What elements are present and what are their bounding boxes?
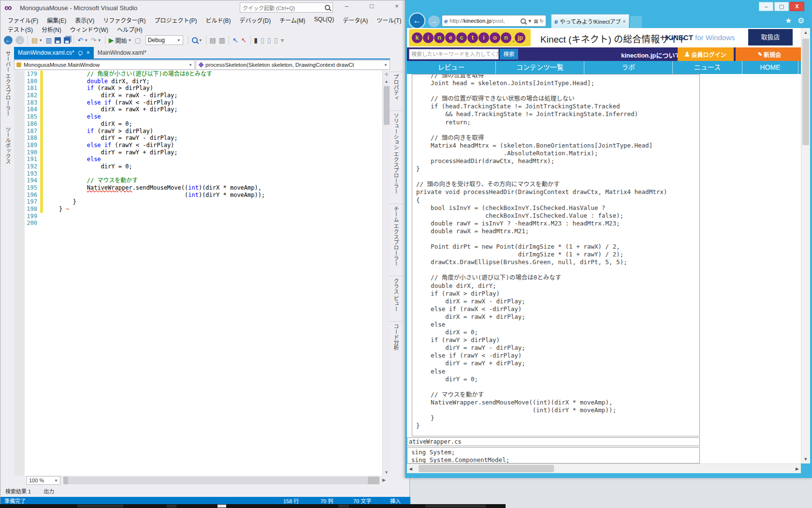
taskbar-item[interactable] [218, 505, 226, 508]
nav-back-icon[interactable]: ← [2, 34, 14, 46]
attach-icon[interactable]: ▢ [133, 34, 142, 46]
site-search-input[interactable]: 検索したいキーワードを入力してください。 [409, 49, 499, 60]
taskbar-item[interactable] [425, 505, 486, 508]
panel-tab[interactable]: 出力 [44, 487, 54, 495]
menu-item[interactable]: SQL(Q) [310, 15, 338, 24]
chevron-down-icon[interactable]: ▼ [527, 18, 532, 24]
code-editor[interactable]: 179 // 角度が小さい(遊び以下)の場合は0とみなす180 double d… [14, 71, 382, 476]
pin-icon[interactable] [78, 51, 83, 55]
signup-button[interactable]: ✎ 新規会 [736, 47, 801, 61]
taskbar-item[interactable] [167, 505, 176, 508]
compatibility-view-icon[interactable]: ▦ [534, 18, 538, 24]
nav-item-HOME[interactable]: HOME [742, 61, 798, 74]
nav-item-ニュース[interactable]: ニュース [673, 61, 742, 74]
scroll-right-icon[interactable]: ▶ [796, 466, 799, 471]
login-button[interactable]: 会員ログイン [678, 47, 734, 61]
menu-item[interactable]: 表示(V) [71, 15, 99, 24]
kinection-logo[interactable]: kinection.jp [409, 29, 531, 46]
about-link[interactable]: kinection.jpについて [621, 50, 681, 60]
scroll-down-icon[interactable]: ▼ [801, 457, 810, 462]
menu-item[interactable]: データ(A) [338, 15, 372, 24]
ie-maximize-button[interactable]: ▢ [774, 2, 789, 11]
address-search-icon[interactable] [521, 18, 526, 24]
scroll-up-icon[interactable]: ▲ [801, 30, 810, 35]
redo-icon[interactable]: ↷▼ [89, 34, 103, 46]
prev-bookmark-icon[interactable]: ▯ [259, 34, 266, 46]
windows-taskbar[interactable] [0, 504, 506, 508]
menu-item[interactable]: リファクター(R) [99, 15, 150, 24]
new-project-icon[interactable]: ▤▼ [30, 34, 44, 46]
menu-item[interactable]: ウィンドウ(W) [66, 24, 113, 33]
taskbar-item[interactable] [338, 505, 349, 508]
menu-item[interactable]: ツール(T) [372, 15, 406, 24]
save-icon[interactable] [53, 34, 62, 46]
quick-launch-input[interactable]: クイック起動 (Ctrl+Q) [240, 2, 333, 13]
save-all-icon[interactable] [62, 34, 72, 46]
find-icon[interactable]: ▼ [190, 34, 204, 46]
scrollbar-thumb[interactable] [68, 477, 368, 484]
member-navigator-combo[interactable]: processSkeleton(Skeleton skeleton, Drawi… [196, 60, 390, 70]
tab-close-icon[interactable]: × [623, 18, 626, 24]
ie-minimize-button[interactable]: – [759, 2, 773, 11]
nav-item-コンテンツ一覧[interactable]: コンテンツ一覧 [496, 61, 584, 74]
dock-tab-プロパティ[interactable]: プロパティ [389, 72, 403, 103]
vs-minimize-button[interactable]: – [339, 1, 354, 11]
close-icon[interactable]: × [87, 49, 90, 56]
scroll-down-icon[interactable]: ▼ [383, 470, 390, 475]
debug-target-combo[interactable]: Debug▼ [143, 34, 186, 46]
debug-target-combo-box[interactable]: Debug▼ [145, 35, 183, 45]
dock-tab-ツールボックス[interactable]: ツールボックス [1, 125, 14, 166]
vs-close-button[interactable]: × [389, 1, 405, 11]
browser-tab[interactable]: e やってみよう!Kinectアプリ開... × [551, 14, 629, 28]
open-file-icon[interactable]: ▥ [44, 34, 53, 46]
address-bar[interactable]: e http:// kinection.jp /post, ▼ ▦ ↻ [442, 15, 546, 27]
clear-bookmarks-icon[interactable]: ▯ [273, 34, 279, 46]
menu-item[interactable]: ファイル(F) [3, 15, 43, 24]
new-tab-button[interactable] [630, 16, 642, 28]
nav-forward-icon[interactable]: → [14, 34, 26, 46]
navigate-forward-doc-icon[interactable]: ▥ [218, 34, 227, 46]
pointer-remove-icon[interactable]: ↖ [240, 34, 248, 46]
scrollbar-thumb[interactable] [419, 465, 554, 472]
page-vertical-scrollbar[interactable]: ▲ ▼ [801, 28, 810, 463]
navigate-backward-doc-icon[interactable]: ▤ [208, 34, 218, 46]
dock-tab-チーム エクスプローラー[interactable]: チーム エクスプローラー [389, 204, 403, 268]
browser-forward-button[interactable]: → [428, 15, 440, 27]
breakpoint-margin[interactable] [14, 71, 25, 476]
settings-gear-icon[interactable]: ⚙ [798, 16, 804, 25]
toolbar-overflow-icon[interactable]: ▾ [279, 34, 285, 46]
menu-item[interactable]: ヘルプ(H) [113, 24, 147, 33]
undo-icon[interactable]: ↶▼ [76, 34, 89, 46]
menu-item[interactable]: ビルド(B) [202, 15, 235, 24]
menu-item[interactable]: チーム(M) [275, 15, 310, 24]
favorites-star-icon[interactable]: ★ [785, 16, 792, 25]
menu-item[interactable]: 編集(E) [43, 15, 71, 24]
menu-item[interactable]: 分析(N) [37, 24, 66, 33]
type-navigator-combo[interactable]: MonogusaMouse.MainWindow ▼ [14, 60, 195, 70]
vs-titlebar[interactable]: ∞ MonogusaMouse - Microsoft Visual Studi… [0, 0, 409, 15]
editor-tab[interactable]: MainWindow.xaml* [94, 47, 150, 59]
menu-item[interactable]: プロジェクト(P) [150, 15, 202, 24]
dock-tab-ソリューション エクスプローラー[interactable]: ソリューション エクスプローラー [389, 110, 403, 196]
menu-item[interactable]: デバッグ(D) [235, 15, 276, 24]
scroll-right-icon[interactable]: ▶ [382, 478, 386, 482]
dock-tab-コード分析[interactable]: コード分析 [389, 321, 403, 352]
scrollbar-thumb[interactable] [802, 39, 809, 145]
nav-item-レビュー[interactable]: レビュー [407, 61, 496, 74]
refresh-icon[interactable]: ↻ [540, 18, 544, 24]
scroll-left-icon[interactable]: ◀ [409, 466, 412, 471]
zoom-level-combo[interactable]: 100 % ▼ [27, 476, 60, 485]
dealer-button[interactable]: 取扱店 [748, 29, 793, 45]
menu-item[interactable]: テスト(S) [3, 24, 37, 33]
nav-item-ラボ[interactable]: ラボ [584, 61, 673, 74]
editor-horizontal-scrollbar[interactable] [63, 477, 379, 484]
start-debug-button[interactable]: ▶開始▼ [107, 34, 133, 46]
pointer-add-icon[interactable]: ↖ [231, 34, 240, 46]
taskbar-item[interactable] [77, 505, 123, 508]
next-bookmark-icon[interactable]: ▯ [266, 34, 273, 46]
site-search-button[interactable]: 検索 [500, 49, 518, 60]
bookmark-icon[interactable]: ▮ [253, 34, 260, 46]
dock-tab-クラス ビュー[interactable]: クラス ビュー [389, 276, 403, 314]
ie-close-button[interactable]: X [790, 2, 804, 11]
page-horizontal-scrollbar[interactable]: ◀ ▶ [407, 463, 801, 473]
